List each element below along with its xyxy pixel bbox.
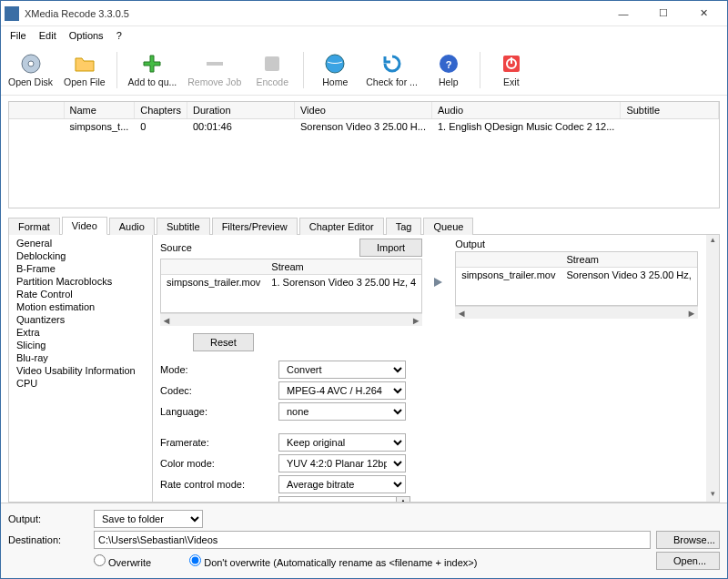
tab-filters[interactable]: Filters/Preview bbox=[212, 218, 298, 235]
output-mode-select[interactable]: Save to folder bbox=[94, 510, 203, 528]
col-blank[interactable] bbox=[161, 259, 266, 275]
transfer-button[interactable] bbox=[431, 239, 446, 326]
tb-label: Remove Job bbox=[187, 76, 241, 87]
bitrate-label: Bitrate: bbox=[160, 500, 278, 502]
col-name[interactable]: Name bbox=[64, 102, 135, 118]
home-button[interactable]: Home bbox=[313, 51, 357, 89]
tab-subtitle[interactable]: Subtitle bbox=[157, 218, 210, 235]
list-item[interactable]: Quantizers bbox=[9, 313, 152, 326]
cell-name: simpsons_trailer.mov bbox=[161, 275, 266, 290]
bitrate-spinner[interactable]: ▲▼ bbox=[397, 496, 410, 502]
vertical-scrollbar[interactable]: ▴▾ bbox=[706, 235, 719, 502]
col-blank[interactable] bbox=[456, 252, 561, 268]
list-item[interactable]: Motion estimation bbox=[9, 300, 152, 313]
tab-queue[interactable]: Queue bbox=[423, 218, 473, 235]
toolbar: Open Disk Open File Add to qu... Remove … bbox=[1, 45, 727, 96]
destination-field[interactable]: C:\Users\Sebastian\Videos bbox=[94, 531, 651, 549]
language-select[interactable]: none bbox=[278, 402, 406, 421]
source-label: Source bbox=[160, 242, 192, 253]
minus-icon bbox=[204, 53, 226, 75]
output-panel: Output Stream simpsons_trailer.mov Soren… bbox=[455, 239, 698, 326]
list-item[interactable]: Video Usability Information bbox=[9, 364, 152, 377]
source-grid[interactable]: Stream simpsons_trailer.mov 1. Sorenson … bbox=[160, 259, 422, 313]
dont-overwrite-radio[interactable]: Don't overwrite (Automatically rename as… bbox=[189, 554, 477, 568]
col-video[interactable]: Video bbox=[294, 102, 431, 118]
app-icon bbox=[5, 6, 19, 21]
col-stream[interactable]: Stream bbox=[266, 259, 421, 275]
list-item[interactable]: Rate Control bbox=[9, 288, 152, 300]
tb-label: Add to qu... bbox=[128, 76, 177, 87]
open-disk-button[interactable]: Open Disk bbox=[6, 51, 55, 89]
col-stream[interactable]: Stream bbox=[561, 252, 696, 268]
cell-video: Sorenson Video 3 25.00 H... bbox=[294, 118, 431, 134]
tab-chapter[interactable]: Chapter Editor bbox=[299, 218, 384, 235]
tab-format[interactable]: Format bbox=[8, 218, 60, 235]
rate-select[interactable]: Average bitrate bbox=[278, 475, 406, 493]
maximize-button[interactable]: ☐ bbox=[643, 1, 683, 26]
tab-audio[interactable]: Audio bbox=[109, 218, 155, 235]
help-button[interactable]: ? Help bbox=[427, 51, 470, 89]
exit-button[interactable]: Exit bbox=[490, 51, 533, 89]
overwrite-radio[interactable]: Overwrite bbox=[94, 554, 151, 568]
help-icon: ? bbox=[438, 53, 460, 75]
tab-video[interactable]: Video bbox=[62, 217, 107, 235]
col-duration[interactable]: Duration bbox=[187, 102, 294, 118]
list-item[interactable]: Extra bbox=[9, 326, 152, 339]
bitrate-input[interactable] bbox=[278, 496, 397, 502]
minimize-button[interactable]: — bbox=[603, 1, 643, 26]
video-category-list[interactable]: General Deblocking B-Frame Partition Mac… bbox=[9, 235, 153, 502]
check-updates-button[interactable]: Check for ... bbox=[364, 51, 420, 89]
table-row[interactable]: simpsons_trailer.mov 1. Sorenson Video 3… bbox=[161, 275, 421, 290]
list-item[interactable]: Slicing bbox=[9, 339, 152, 351]
folder-icon bbox=[74, 53, 96, 75]
codec-select[interactable]: MPEG-4 AVC / H.264 bbox=[278, 381, 406, 400]
menu-help[interactable]: ? bbox=[111, 28, 127, 43]
scrollbar[interactable]: ◄► bbox=[160, 313, 422, 326]
list-item[interactable]: Blu-ray bbox=[9, 351, 152, 364]
menu-edit[interactable]: Edit bbox=[34, 28, 62, 43]
import-button[interactable]: Import bbox=[359, 239, 422, 257]
tab-content: General Deblocking B-Frame Partition Mac… bbox=[8, 235, 720, 503]
cell-subtitle bbox=[621, 118, 719, 134]
arrow-right-icon bbox=[431, 275, 446, 290]
tb-label: Open File bbox=[64, 76, 106, 87]
file-grid[interactable]: Name Chapters Duration Video Audio Subti… bbox=[8, 101, 720, 208]
mode-select[interactable]: Convert bbox=[278, 361, 406, 379]
menu-options[interactable]: Options bbox=[64, 28, 109, 43]
titlebar: XMedia Recode 3.3.0.5 — ☐ ✕ bbox=[1, 1, 727, 26]
list-item[interactable]: General bbox=[9, 237, 152, 249]
col-blank[interactable] bbox=[9, 102, 64, 118]
table-row[interactable]: simpsons_t... 0 00:01:46 Sorenson Video … bbox=[9, 118, 719, 134]
exit-icon bbox=[500, 53, 522, 75]
col-subtitle[interactable]: Subtitle bbox=[621, 102, 719, 118]
menubar: File Edit Options ? bbox=[1, 26, 727, 45]
bottom-panel: Output: Save to folder Destination: C:\U… bbox=[1, 503, 727, 578]
scrollbar[interactable]: ◄► bbox=[455, 306, 698, 319]
table-row[interactable]: simpsons_trailer.mov Sorenson Video 3 25… bbox=[456, 268, 697, 283]
color-select[interactable]: YUV 4:2:0 Planar 12bpp bbox=[278, 454, 406, 472]
add-queue-button[interactable]: Add to qu... bbox=[126, 51, 179, 89]
cell-stream: Sorenson Video 3 25.00 Hz, bbox=[561, 268, 696, 283]
open-file-button[interactable]: Open File bbox=[62, 51, 107, 89]
rate-label: Rate control mode: bbox=[160, 479, 278, 490]
encode-button: Encode bbox=[250, 51, 294, 89]
framerate-select[interactable]: Keep original bbox=[278, 433, 406, 452]
output-label: Output bbox=[455, 239, 485, 249]
tab-tag[interactable]: Tag bbox=[386, 218, 422, 235]
list-item[interactable]: B-Frame bbox=[9, 262, 152, 275]
menu-file[interactable]: File bbox=[5, 28, 32, 43]
browse-button[interactable]: Browse... bbox=[656, 531, 720, 549]
cell-audio: 1. English QDesign Music Codec 2 12... bbox=[431, 118, 620, 134]
col-chapters[interactable]: Chapters bbox=[135, 102, 187, 118]
close-button[interactable]: ✕ bbox=[683, 1, 723, 26]
list-item[interactable]: Partition Macroblocks bbox=[9, 275, 152, 288]
tb-label: Open Disk bbox=[8, 76, 53, 87]
list-item[interactable]: Deblocking bbox=[9, 249, 152, 262]
open-button[interactable]: Open... bbox=[656, 552, 720, 570]
window-title: XMedia Recode 3.3.0.5 bbox=[25, 8, 603, 19]
list-item[interactable]: CPU bbox=[9, 377, 152, 390]
reset-button[interactable]: Reset bbox=[193, 333, 254, 351]
col-audio[interactable]: Audio bbox=[431, 102, 620, 118]
output-grid[interactable]: Stream simpsons_trailer.mov Sorenson Vid… bbox=[455, 251, 698, 306]
svg-rect-2 bbox=[207, 62, 223, 66]
